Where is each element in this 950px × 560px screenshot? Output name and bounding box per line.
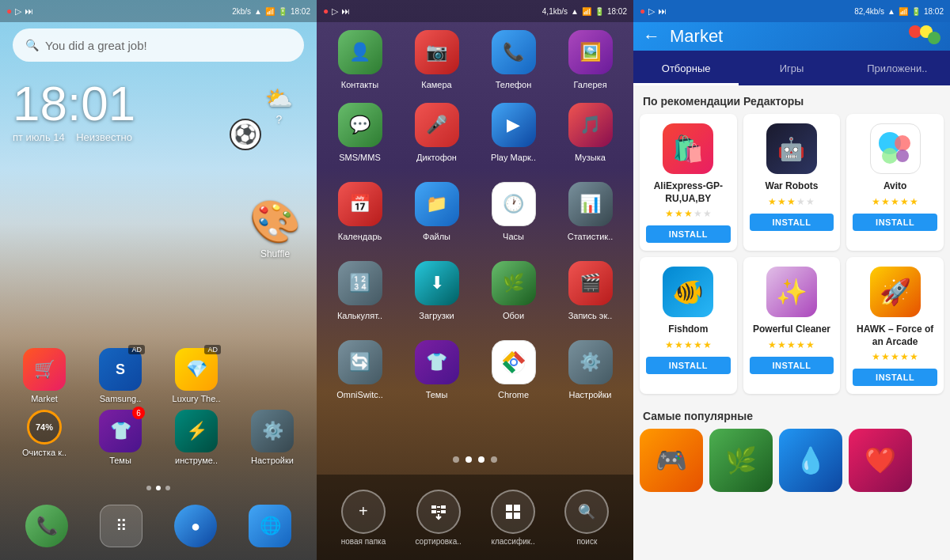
svg-rect-5 bbox=[441, 505, 446, 509]
settings-drawer-label: Настройки bbox=[569, 390, 612, 399]
cleaner-name: Powerful Cleaner bbox=[753, 324, 830, 336]
popular-app-4[interactable]: ❤️ bbox=[849, 429, 912, 492]
calls-icon: 📞 bbox=[25, 505, 68, 547]
drawer-contacts[interactable]: 👤 Контакты bbox=[323, 30, 397, 89]
record-icon: ● bbox=[6, 6, 12, 17]
drawer-calc[interactable]: 🔢 Калькулят.. bbox=[323, 261, 397, 320]
wifi-icon3: ▲ bbox=[887, 7, 895, 16]
dock-browser[interactable]: 🌐 bbox=[249, 505, 291, 547]
aliexpress-name: AliExpress-GP-RU,UA,BY bbox=[646, 180, 731, 205]
drawer-page-dots bbox=[317, 450, 633, 469]
drawer-chrome[interactable]: Chrome bbox=[477, 340, 550, 399]
empty-slot bbox=[251, 348, 294, 391]
app-luxury[interactable]: 💎 AD Luxury The.. bbox=[162, 348, 231, 403]
svg-point-14 bbox=[928, 32, 940, 44]
hawk-name: HAWK – Force of an Arcade bbox=[853, 324, 937, 348]
app-cleaner[interactable]: 74% Очистка к.. bbox=[10, 410, 79, 465]
svg-point-12 bbox=[909, 25, 922, 38]
drawer-play[interactable]: ▶ Play Марк.. bbox=[477, 103, 550, 162]
aliexpress-install-btn[interactable]: INSTALL bbox=[646, 225, 731, 243]
app-empty bbox=[238, 348, 307, 403]
app-samsung[interactable]: S AD Samsung.. bbox=[86, 348, 155, 403]
hawk-install-btn[interactable]: INSTALL bbox=[853, 369, 937, 386]
files-icon: 📁 bbox=[415, 182, 459, 226]
market-apps-grid: 🛍️ AliExpress-GP-RU,UA,BY ★ ★ ★ ★ ★ INST… bbox=[633, 114, 950, 400]
toolbar-sort[interactable]: сортировка.. bbox=[415, 490, 461, 546]
app-market[interactable]: 🛒 Market bbox=[10, 348, 79, 403]
cleaner-install-btn[interactable]: INSTALL bbox=[750, 357, 834, 374]
popular-app-1[interactable]: 🎮 bbox=[640, 429, 703, 492]
pinwheel-icon: 🎨 bbox=[249, 198, 301, 246]
recorder-label: Запись эк.. bbox=[568, 311, 613, 320]
cleaner-progress: 74% bbox=[27, 410, 62, 445]
settings-drawer-icon: ⚙️ bbox=[568, 340, 613, 384]
app-market-label: Market bbox=[31, 394, 58, 403]
tab-games[interactable]: Игры bbox=[739, 51, 844, 85]
drawer-themes[interactable]: 👕 Темы bbox=[400, 340, 473, 399]
market-card-avito: Avito ★ ★ ★ ★ ★ INSTALL bbox=[846, 114, 944, 251]
warrobots-install-btn[interactable]: INSTALL bbox=[750, 214, 834, 231]
back-button[interactable]: ← bbox=[643, 26, 660, 47]
fishdom-install-btn[interactable]: INSTALL bbox=[646, 357, 731, 374]
drawer-gallery[interactable]: 🖼️ Галерея bbox=[553, 30, 627, 89]
app-themes[interactable]: 👕 6 Темы bbox=[86, 410, 155, 465]
calendar-label: Календарь bbox=[338, 232, 382, 241]
drawer-wallpaper[interactable]: 🌿 Обои bbox=[477, 261, 550, 320]
drawer-dictophone[interactable]: 🎤 Диктофон bbox=[400, 103, 473, 162]
drawer-downloads[interactable]: ⬇ Загрузки bbox=[400, 261, 473, 320]
classify-icon bbox=[491, 490, 535, 534]
new-folder-icon: + bbox=[341, 490, 386, 534]
omni-label: OmniSwitc.. bbox=[336, 390, 383, 399]
speed-text: 2kb/s bbox=[232, 7, 251, 16]
toolbar-search[interactable]: 🔍 поиск bbox=[564, 490, 609, 546]
app-instruments-label: инструме.. bbox=[175, 456, 218, 465]
drawer-sms[interactable]: 💬 SMS/MMS bbox=[323, 103, 397, 162]
drawer-clock[interactable]: 🕐 Часы bbox=[477, 182, 550, 241]
popular-app-2[interactable]: 🌿 bbox=[709, 429, 773, 492]
phone-label: Телефон bbox=[496, 80, 532, 89]
sort-label: сортировка.. bbox=[415, 537, 461, 546]
shuffle-widget[interactable]: 🎨 Shuffle bbox=[249, 198, 301, 260]
dot-3 bbox=[165, 486, 170, 490]
svg-point-16 bbox=[895, 135, 910, 151]
record-icon3: ● bbox=[640, 6, 645, 17]
sms-icon: 💬 bbox=[338, 103, 382, 147]
sort-icon bbox=[416, 490, 461, 534]
aliexpress-stars: ★ ★ ★ ★ ★ bbox=[665, 208, 712, 219]
market-card-aliexpress: 🛍️ AliExpress-GP-RU,UA,BY ★ ★ ★ ★ ★ INST… bbox=[640, 114, 737, 251]
drawer-recorder[interactable]: 🎬 Запись эк.. bbox=[553, 261, 627, 320]
drawer-camera[interactable]: 📷 Камера bbox=[400, 30, 473, 89]
search-icon: 🔍 bbox=[25, 39, 39, 51]
drawer-calendar[interactable]: 📅 Календарь bbox=[323, 182, 397, 241]
tab-featured[interactable]: Отборные bbox=[633, 51, 739, 85]
wifi-icon: ▲ bbox=[254, 7, 262, 16]
dictophone-label: Диктофон bbox=[416, 153, 457, 162]
app-instruments[interactable]: ⚡ инструме.. bbox=[162, 410, 231, 465]
popular-app-3[interactable]: 💧 bbox=[779, 429, 842, 492]
market-card-hawk: 🚀 HAWK – Force of an Arcade ★ ★ ★ ★ ★ IN… bbox=[846, 257, 944, 394]
drawer-omni[interactable]: 🔄 OmniSwitc.. bbox=[323, 340, 397, 399]
search-toolbar-icon: 🔍 bbox=[564, 490, 609, 534]
phone-icon: 📞 bbox=[492, 30, 536, 74]
wallpaper-label: Обои bbox=[503, 311, 524, 320]
drawer-files[interactable]: 📁 Файлы bbox=[400, 182, 473, 241]
drawer-stats[interactable]: 📊 Статистик.. bbox=[553, 182, 627, 241]
drawer-phone[interactable]: 📞 Телефон bbox=[477, 30, 550, 89]
play-icon3: ▷ bbox=[648, 6, 655, 17]
status-bar-market: ● ▷ ⏭ 82,4kb/s ▲ 📶 🔋 18:02 bbox=[633, 0, 950, 22]
home-search-bar[interactable]: 🔍 You did a great job! bbox=[13, 28, 304, 62]
dock-assistant[interactable]: ● bbox=[174, 505, 217, 547]
toolbar-classify[interactable]: классифик.. bbox=[491, 490, 535, 546]
svg-point-17 bbox=[882, 148, 898, 164]
tab-apps[interactable]: Приложени.. bbox=[845, 51, 950, 85]
svg-rect-11 bbox=[514, 513, 520, 519]
market-header-icons bbox=[909, 25, 940, 48]
drawer-music[interactable]: 🎵 Музыка bbox=[553, 103, 627, 162]
drawer-settings[interactable]: ⚙️ Настройки bbox=[553, 340, 627, 399]
dock-phone[interactable]: 📞 bbox=[25, 505, 68, 547]
toolbar-new-folder[interactable]: + новая папка bbox=[341, 490, 386, 546]
avito-install-btn[interactable]: INSTALL bbox=[853, 214, 937, 231]
app-settings[interactable]: ⚙️ Настройки bbox=[238, 410, 307, 465]
dot-1 bbox=[146, 486, 151, 490]
dock-apps[interactable]: ⠿ bbox=[100, 505, 142, 547]
